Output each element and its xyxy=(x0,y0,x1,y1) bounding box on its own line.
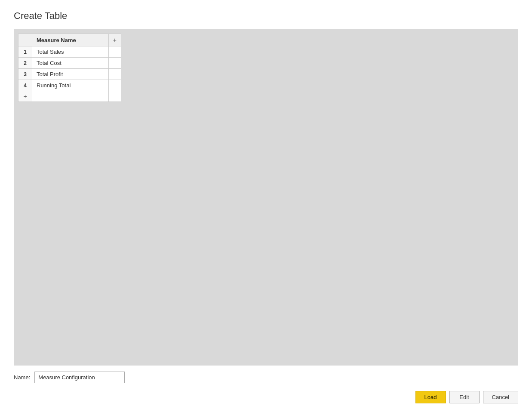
edit-button[interactable]: Edit xyxy=(449,391,480,403)
page-title: Create Table xyxy=(14,10,518,22)
name-label: Name: xyxy=(14,374,30,381)
measure-name-cell: Total Profit xyxy=(32,69,109,80)
dialog-container: Create Table Measure Name + 1Total Sales… xyxy=(0,0,532,418)
row-number-cell: 3 xyxy=(18,69,32,80)
row-add-cell xyxy=(108,69,121,80)
row-add-cell xyxy=(108,58,121,69)
cancel-button[interactable]: Cancel xyxy=(483,391,518,403)
add-column-button[interactable]: + xyxy=(108,34,121,46)
add-row-icon[interactable]: + xyxy=(18,91,32,102)
add-row-name-cell xyxy=(32,91,109,102)
button-row: Load Edit Cancel xyxy=(14,391,518,408)
table-row: 2Total Cost xyxy=(18,58,121,69)
measure-name-cell: Total Cost xyxy=(32,58,109,69)
row-number-cell: 2 xyxy=(18,58,32,69)
name-input[interactable] xyxy=(34,372,125,383)
measure-name-cell: Running Total xyxy=(32,80,109,91)
main-content: Measure Name + 1Total Sales2Total Cost3T… xyxy=(14,29,518,408)
table-area: Measure Name + 1Total Sales2Total Cost3T… xyxy=(14,29,518,366)
name-row: Name: xyxy=(14,372,518,383)
add-row[interactable]: + xyxy=(18,91,121,102)
bottom-section: Name: Load Edit Cancel xyxy=(14,366,518,408)
add-row-add-cell xyxy=(108,91,121,102)
row-add-cell xyxy=(108,80,121,91)
row-num-header xyxy=(18,34,32,46)
table-row: 4Running Total xyxy=(18,80,121,91)
measure-name-header: Measure Name xyxy=(32,34,109,46)
row-number-cell: 4 xyxy=(18,80,32,91)
measure-name-cell: Total Sales xyxy=(32,46,109,58)
row-add-cell xyxy=(108,46,121,58)
table-row: 3Total Profit xyxy=(18,69,121,80)
load-button[interactable]: Load xyxy=(415,391,446,403)
measure-table: Measure Name + 1Total Sales2Total Cost3T… xyxy=(18,34,121,102)
row-number-cell: 1 xyxy=(18,46,32,58)
table-row: 1Total Sales xyxy=(18,46,121,58)
